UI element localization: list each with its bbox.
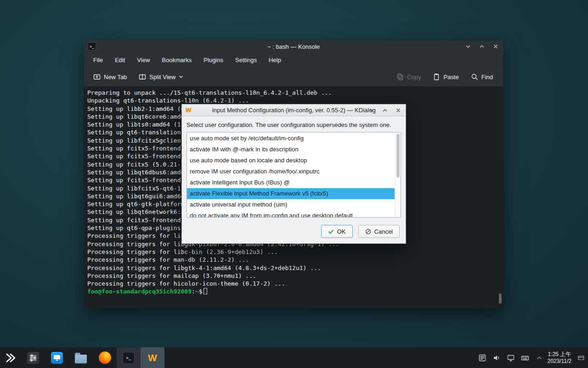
- app-launcher-button[interactable]: [0, 347, 21, 368]
- taskbar: >_ W 1:25 上午 2023/11/2: [0, 347, 588, 368]
- volume-icon[interactable]: [492, 353, 501, 362]
- dialog-minimize-icon[interactable]: [368, 107, 375, 114]
- ok-button[interactable]: OK: [321, 225, 353, 238]
- notifications-icon[interactable]: [478, 353, 487, 362]
- im-config-option-list: use auto mode set by /etc/default/im-con…: [187, 132, 401, 218]
- new-tab-label: New Tab: [104, 74, 127, 80]
- menu-bookmarks[interactable]: Bookmarks: [156, 52, 198, 68]
- menu-settings[interactable]: Settings: [229, 52, 263, 68]
- terminal-line: Processing triggers for libc-bin (2.36-9…: [87, 248, 503, 256]
- list-scrollbar-thumb[interactable]: [396, 134, 400, 178]
- close-icon[interactable]: [492, 43, 499, 50]
- konsole-app-icon: >_: [88, 42, 96, 51]
- terminal-line: Unpacking qt6-translations-l10n (6.4.2-1…: [87, 97, 503, 104]
- search-icon: [471, 73, 478, 80]
- copy-button[interactable]: Copy: [394, 70, 424, 83]
- konsole-menubar: File Edit View Bookmarks Plugins Setting…: [84, 52, 503, 68]
- terminal-scrollbar[interactable]: [499, 293, 502, 304]
- list-item[interactable]: do not activate any IM from im-config an…: [187, 210, 395, 218]
- dialog-maximize-icon[interactable]: [381, 107, 389, 114]
- clock-time: 1:25 上午: [548, 351, 572, 358]
- menu-help[interactable]: Help: [263, 52, 287, 68]
- list-item[interactable]: use auto mode based on locale and deskto…: [187, 155, 395, 166]
- list-item[interactable]: use auto mode set by /etc/default/im-con…: [187, 133, 395, 144]
- paste-label: Paste: [443, 74, 458, 80]
- sliders-icon: [27, 352, 39, 364]
- desktop: >_ ~ : bash — Konsole File Edit View Boo…: [0, 0, 588, 368]
- kdialog-app-icon: W: [186, 107, 191, 114]
- ok-label: OK: [337, 228, 346, 235]
- new-tab-button[interactable]: New Tab: [90, 70, 130, 83]
- shell-prompt: foo@foo-standardpcq35ich92009:~$: [87, 288, 503, 295]
- list-item[interactable]: activate Intelligent Input Bus (IBus) @: [187, 177, 395, 188]
- maximize-icon[interactable]: [478, 43, 486, 50]
- list-item-selected[interactable]: activate Flexible Input Method Framework…: [187, 188, 395, 199]
- task-system-tool[interactable]: [21, 347, 45, 368]
- find-label: Find: [481, 74, 493, 80]
- dialog-instruction: Select user configuration. The user conf…: [182, 116, 406, 132]
- paste-button[interactable]: Paste: [430, 70, 461, 83]
- menu-plugins[interactable]: Plugins: [198, 52, 229, 68]
- folder-icon: [75, 355, 87, 363]
- terminal-line: Processing triggers for hicolor-icon-the…: [87, 280, 503, 288]
- new-tab-icon: [93, 73, 101, 80]
- minimize-icon[interactable]: [464, 43, 472, 50]
- split-view-label: Split View: [149, 74, 175, 80]
- chevron-down-icon: [179, 75, 183, 79]
- clock-date: 2023/11/2: [548, 358, 572, 365]
- launcher-icon: [4, 351, 17, 364]
- prompt-separator: :: [192, 288, 195, 295]
- clock[interactable]: 1:25 上午 2023/11/2: [548, 351, 572, 365]
- kdialog-task-icon: W: [148, 352, 157, 363]
- display-settings-icon[interactable]: [506, 353, 515, 362]
- firefox-icon: [99, 351, 111, 364]
- menu-edit[interactable]: Edit: [109, 52, 131, 68]
- terminal-line: Processing triggers for man-db (2.11.2-2…: [87, 256, 503, 264]
- prompt-symbol: $: [199, 288, 203, 295]
- expand-tray-icon[interactable]: [535, 353, 544, 362]
- find-button[interactable]: Find: [468, 70, 496, 83]
- prompt-user-host: foo@foo-standardpcq35ich92009: [87, 288, 192, 295]
- show-desktop-button[interactable]: [576, 347, 586, 368]
- dialog-button-box: OK Cancel: [321, 225, 400, 238]
- cancel-icon: [365, 229, 371, 235]
- cancel-label: Cancel: [374, 228, 393, 235]
- task-kdialog[interactable]: W: [141, 347, 164, 368]
- task-file-manager[interactable]: [69, 347, 93, 368]
- kdialog-titlebar[interactable]: W Input Method Configuration (im-config,…: [182, 104, 406, 116]
- list-item[interactable]: activate IM with @-mark in its descripti…: [187, 144, 395, 155]
- paste-icon: [433, 73, 440, 80]
- copy-label: Copy: [407, 74, 421, 80]
- cancel-button[interactable]: Cancel: [358, 225, 400, 238]
- monitor-app-icon: [51, 352, 63, 364]
- kdialog-window: W Input Method Configuration (im-config,…: [181, 104, 406, 244]
- konsole-toolbar: New Tab Split View Copy: [84, 68, 503, 86]
- list-scrollbar[interactable]: [395, 133, 400, 217]
- task-firefox[interactable]: [93, 347, 117, 368]
- panel-icon: [577, 354, 585, 362]
- menu-file[interactable]: File: [87, 52, 109, 68]
- keyboard-icon[interactable]: [520, 353, 530, 362]
- terminal-cursor: [204, 288, 207, 294]
- list-item[interactable]: remove IM user configuration /home/foo/.…: [187, 166, 395, 177]
- terminal-line: Processing triggers for mailcap (3.70+nm…: [87, 272, 503, 280]
- split-view-button[interactable]: Split View: [136, 70, 186, 83]
- dialog-close-icon[interactable]: [395, 107, 402, 114]
- menu-view[interactable]: View: [131, 52, 156, 68]
- split-view-icon: [139, 73, 146, 80]
- prompt-path: ~: [195, 288, 199, 295]
- konsole-window-title: ~ : bash — Konsole: [84, 43, 503, 50]
- system-tray: [478, 353, 544, 362]
- konsole-task-icon: >_: [123, 352, 135, 364]
- task-konsole[interactable]: >_: [117, 347, 141, 368]
- terminal-line: Processing triggers for libgtk-4-1:amd64…: [87, 264, 503, 272]
- list-item[interactable]: activate universal input method (uim): [187, 199, 395, 210]
- copy-icon: [396, 73, 404, 80]
- terminal-line: Preparing to unpack .../15-qt6-translati…: [87, 89, 503, 97]
- check-icon: [328, 229, 334, 235]
- konsole-titlebar[interactable]: >_ ~ : bash — Konsole: [84, 40, 503, 52]
- task-display-app[interactable]: [45, 347, 69, 368]
